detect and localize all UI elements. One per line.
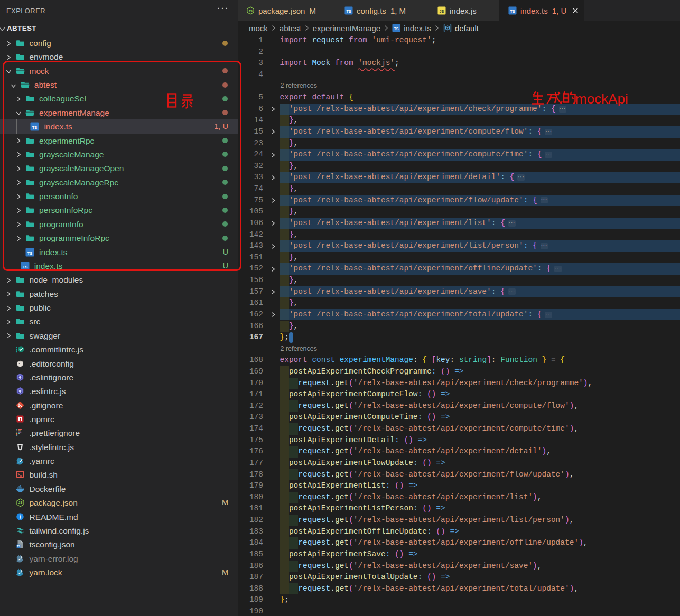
svg-text:TS: TS: [510, 10, 515, 14]
svg-text:JS: JS: [248, 10, 252, 13]
svg-text:TS: TS: [394, 27, 399, 31]
svg-text:JS: JS: [440, 9, 444, 14]
svg-text:JS: JS: [18, 501, 23, 505]
svg-text:TS: TS: [16, 545, 20, 548]
svg-text:TS: TS: [346, 10, 351, 14]
